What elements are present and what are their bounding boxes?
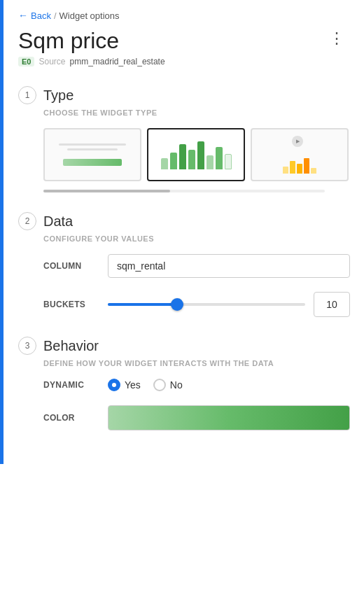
source-label: Source: [38, 57, 65, 66]
page-wrapper: ← Back / Widget options Sqm price ⋮ E0 S…: [0, 0, 364, 464]
blue-accent-bar: [0, 0, 4, 464]
source-name: pmm_madrid_real_estate: [70, 57, 165, 66]
buckets-value: 10: [314, 292, 350, 317]
preview-bar: [206, 155, 214, 169]
dynamic-row: DYNAMIC Yes No: [18, 379, 350, 391]
play-icon: ▶: [292, 136, 303, 147]
step-1-circle: 1: [18, 86, 36, 104]
color-row: COLOR: [18, 405, 350, 430]
color-swatch[interactable]: [108, 405, 350, 430]
slider-track: [108, 303, 305, 306]
scroll-thumb: [43, 190, 170, 192]
preview-bar: [225, 154, 232, 169]
more-options-icon[interactable]: ⋮: [323, 28, 350, 49]
data-section-subtitle: CONFIGURE YOUR VALUES: [18, 234, 350, 243]
card3-play-row: ▶: [292, 136, 307, 147]
behavior-section: 3 Behavior DEFINE HOW YOUR WIDGET INTERA…: [18, 337, 350, 430]
column-input[interactable]: [108, 254, 350, 278]
column-field-row: COLUMN: [18, 254, 350, 278]
type-section: 1 Type CHOOSE THE WIDGET TYPE: [18, 86, 350, 192]
buckets-label: BUCKETS: [43, 300, 99, 309]
behavior-section-title: Behavior: [43, 338, 99, 354]
buckets-row: BUCKETS 10: [18, 292, 350, 317]
scroll-track: [43, 190, 325, 192]
behavior-section-header: 3 Behavior: [18, 337, 350, 355]
widget-type-selector: ▶: [18, 128, 350, 181]
mini-bar: [304, 158, 309, 174]
preview-bar: [197, 141, 204, 169]
dynamic-no-label: No: [170, 379, 183, 391]
back-link[interactable]: Back: [31, 10, 51, 21]
title-row: Sqm price ⋮: [18, 28, 350, 54]
mini-bar: [290, 161, 295, 174]
dynamic-no-radio[interactable]: [153, 379, 166, 391]
column-label: COLUMN: [43, 261, 99, 271]
bar-chart-preview: [155, 137, 237, 172]
data-section-header: 2 Data: [18, 212, 350, 230]
mini-bar: [311, 168, 316, 174]
widget-type-bar-chart[interactable]: [147, 128, 245, 181]
mini-bar: [283, 167, 288, 174]
slider-thumb[interactable]: [171, 298, 183, 311]
card3-mini-bars: [283, 154, 316, 174]
mini-bar: [297, 164, 302, 174]
slider-fill: [108, 303, 177, 306]
back-arrow-icon: ←: [18, 10, 28, 21]
card1-line1: [59, 143, 126, 146]
dynamic-label: DYNAMIC: [43, 380, 99, 390]
dynamic-yes-radio[interactable]: [108, 379, 120, 391]
dynamic-no-option[interactable]: No: [153, 379, 183, 391]
breadcrumb-current: Widget options: [59, 10, 120, 21]
breadcrumb: ← Back / Widget options: [18, 10, 350, 21]
widget-type-text[interactable]: [43, 128, 141, 181]
source-badge: E0: [18, 57, 34, 66]
dynamic-yes-option[interactable]: Yes: [108, 379, 141, 391]
preview-bar: [216, 147, 223, 169]
preview-bar: [179, 144, 186, 169]
type-section-header: 1 Type: [18, 86, 350, 104]
step-2-circle: 2: [18, 212, 36, 230]
dynamic-yes-label: Yes: [125, 379, 141, 391]
preview-bar: [170, 153, 177, 169]
card1-line2: [67, 148, 118, 150]
type-section-title: Type: [43, 87, 74, 104]
card1-bar: [63, 159, 122, 166]
data-section: 2 Data CONFIGURE YOUR VALUES COLUMN BUCK…: [18, 212, 350, 317]
page-title: Sqm price: [18, 28, 119, 54]
dynamic-options: Yes No: [108, 379, 183, 391]
buckets-slider[interactable]: [108, 297, 305, 311]
widget-type-video[interactable]: ▶: [251, 128, 349, 181]
preview-bar: [188, 150, 195, 169]
type-section-subtitle: CHOOSE THE WIDGET TYPE: [18, 108, 350, 117]
preview-bar: [161, 158, 168, 169]
step-3-circle: 3: [18, 337, 36, 355]
breadcrumb-separator: /: [54, 10, 57, 21]
source-row: E0 Source pmm_madrid_real_estate: [18, 57, 350, 66]
behavior-section-subtitle: DEFINE HOW YOUR WIDGET INTERACTS WITH TH…: [18, 359, 350, 367]
color-label: COLOR: [43, 413, 99, 423]
data-section-title: Data: [43, 213, 73, 230]
